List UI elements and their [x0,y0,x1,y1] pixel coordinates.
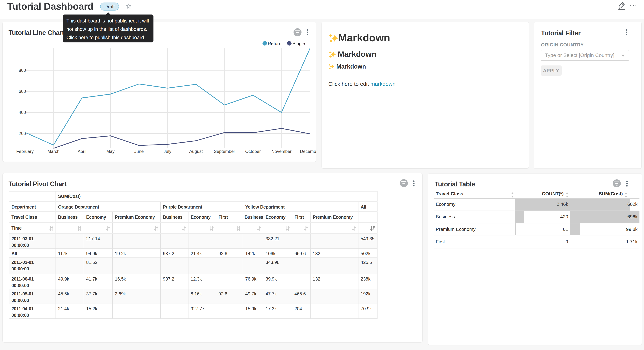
svg-text:March: March [47,149,60,154]
svg-text:200: 200 [19,131,26,136]
svg-text:October: October [245,149,261,154]
svg-text:April: April [78,149,86,154]
svg-text:July: July [164,149,172,154]
svg-text:September: September [214,149,235,154]
svg-text:400: 400 [19,110,26,115]
svg-text:August: August [189,149,203,154]
svg-text:600: 600 [19,89,26,94]
svg-text:November: November [272,149,292,154]
svg-text:800: 800 [19,68,26,73]
svg-text:May: May [106,149,114,154]
svg-text:June: June [134,149,144,154]
svg-text:December: December [300,149,316,154]
svg-text:February: February [16,149,34,154]
